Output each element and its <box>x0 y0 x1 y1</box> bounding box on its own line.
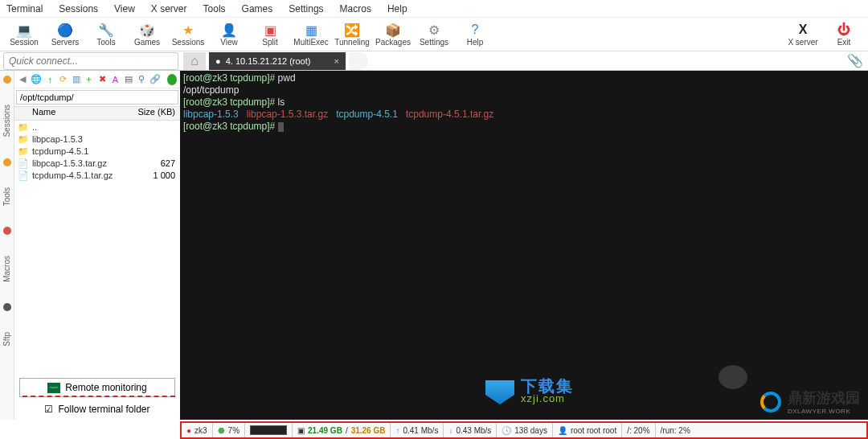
menu-terminal[interactable]: Terminal <box>6 3 43 14</box>
menu-sessions[interactable]: Sessions <box>59 3 98 14</box>
settings-btn[interactable]: ⚙Settings <box>415 18 453 51</box>
follow-terminal-checkbox[interactable]: ☑ Follow terminal folder <box>14 399 180 420</box>
terminal-content: [root@zk3 tcpdump]# pwd/opt/tcpdump[root… <box>183 72 865 133</box>
packages-btn[interactable]: 📦Packages <box>374 18 412 51</box>
menu-tools[interactable]: Tools <box>203 3 226 14</box>
nav-back-icon[interactable]: ◀ <box>18 74 27 85</box>
menu-games[interactable]: Games <box>242 3 273 14</box>
search-icon[interactable]: ⚲ <box>137 74 146 85</box>
home-tab[interactable]: ⌂ <box>183 52 206 70</box>
status-host: zk3 <box>194 426 207 435</box>
vtab-dot <box>3 158 11 166</box>
cpu-icon: ⬣ <box>218 426 225 435</box>
tools-btn[interactable]: 🔧Tools <box>87 18 125 51</box>
tab-bullet: ● <box>215 56 221 66</box>
status-user: root root root <box>571 426 616 435</box>
up-icon: ↑ <box>395 426 399 435</box>
menu-view[interactable]: View <box>114 3 135 14</box>
new-folder-icon[interactable]: ＋ <box>84 74 94 85</box>
down-icon: ↓ <box>448 426 452 435</box>
globe-icon[interactable]: 🌐 <box>31 74 42 85</box>
vtab-dot <box>3 303 11 311</box>
exit-btn[interactable]: ⏻Exit <box>825 18 863 51</box>
help-btn[interactable]: ?Help <box>456 18 494 51</box>
status-bar: ●zk3 ⬣7% ▣21.49 GB / 31.26 GB ↑0.41 Mb/s… <box>180 421 868 439</box>
vtab-sftp[interactable]: Sftp <box>2 332 11 347</box>
vtab-dot <box>3 227 11 235</box>
status-uptime: 138 days <box>514 426 547 435</box>
vertical-tabs: SessionsToolsMacrosSftp <box>0 71 14 420</box>
text-icon[interactable]: A <box>110 74 120 85</box>
tab-row: ⌂ ● 4. 10.15.21.212 (root) × 📎 <box>0 51 868 71</box>
tab-title: 4. 10.15.21.212 (root) <box>226 56 311 66</box>
delete-icon[interactable]: ✖ <box>97 74 107 85</box>
list-item[interactable]: 📁tcpdump-4.5.1 <box>14 145 180 157</box>
disk-total: 31.26 GB <box>351 426 386 435</box>
link-icon[interactable]: 🔗 <box>149 74 161 85</box>
vtab-tools[interactable]: Tools <box>2 187 11 206</box>
add-tab-button[interactable] <box>349 52 368 70</box>
list-item[interactable]: 📄tcpdump-4.5.1.tar.gz1 000 <box>14 169 180 181</box>
list-item[interactable]: 📁libpcap-1.5.3 <box>14 133 180 145</box>
status-rootfs: /: 20% <box>627 426 649 435</box>
folder-icon[interactable]: ▥ <box>72 74 81 85</box>
sessions-btn[interactable]: ★Sessions <box>169 18 207 51</box>
multiexec-btn[interactable]: ▦MultiExec <box>292 18 330 51</box>
vtab-sessions[interactable]: Sessions <box>2 105 11 137</box>
disk-icon: ▣ <box>297 426 305 435</box>
tunneling-btn[interactable]: 🔀Tunneling <box>333 18 371 51</box>
session-btn[interactable]: 💻Session <box>5 18 43 51</box>
host-icon: ● <box>186 426 191 435</box>
col-name[interactable]: Name <box>14 107 135 120</box>
status-run: /run: 2% <box>661 426 690 435</box>
monitor-icon: 〰 <box>47 383 60 393</box>
list-item[interactable]: 📄libpcap-1.5.3.tar.gz627 <box>14 157 180 169</box>
path-input[interactable] <box>16 90 178 105</box>
split-btn[interactable]: ▣Split <box>251 18 289 51</box>
watermark-xzji: 下载集 xzji.com <box>485 380 574 404</box>
menu-bar: TerminalSessionsViewX serverToolsGamesSe… <box>0 0 868 18</box>
status-up: 0.41 Mb/s <box>403 426 438 435</box>
xserver-btn[interactable]: XX server <box>784 18 822 51</box>
checkbox-icon: ☑ <box>44 404 53 415</box>
status-down: 0.43 Mb/s <box>456 426 491 435</box>
disk-used: 21.49 GB <box>308 426 342 435</box>
games-btn[interactable]: 🎲Games <box>128 18 166 51</box>
user-icon: 👤 <box>558 426 567 435</box>
close-icon[interactable]: × <box>334 56 339 66</box>
vtab-macros[interactable]: Macros <box>2 256 11 282</box>
list-icon[interactable]: ▤ <box>123 74 133 85</box>
quick-connect-input[interactable] <box>3 52 178 70</box>
active-tab[interactable]: ● 4. 10.15.21.212 (root) × <box>209 52 346 70</box>
remote-monitoring-button[interactable]: 〰 Remote monitoring <box>19 378 175 397</box>
paperclip-icon[interactable]: 📎 <box>847 53 863 68</box>
file-list: 📁..📁libpcap-1.5.3📁tcpdump-4.5.1📄libpcap-… <box>14 121 180 376</box>
wechat-icon <box>719 365 747 389</box>
up-icon[interactable]: ↑ <box>45 74 55 85</box>
menu-xserver[interactable]: X server <box>151 3 187 14</box>
vtab-dot <box>3 76 11 84</box>
status-cpu: 7% <box>228 426 240 435</box>
main-toolbar: 💻Session🔵Servers🔧Tools🎲Games★Sessions👤Vi… <box>0 18 868 51</box>
refresh-icon[interactable]: ⟳ <box>58 74 68 85</box>
mem-bar <box>250 425 287 435</box>
list-item[interactable]: 📁.. <box>14 121 180 133</box>
servers-btn[interactable]: 🔵Servers <box>46 18 84 51</box>
file-header: Name Size (KB) <box>14 106 180 121</box>
sftp-toolbar: ◀ 🌐 ↑ ⟳ ▥ ＋ ✖ A ▤ ⚲ 🔗 <box>14 71 180 88</box>
view-btn[interactable]: 👤View <box>210 18 248 51</box>
col-size[interactable]: Size (KB) <box>135 107 180 120</box>
menu-macros[interactable]: Macros <box>340 3 371 14</box>
menu-help[interactable]: Help <box>387 3 407 14</box>
sftp-panel: ◀ 🌐 ↑ ⟳ ▥ ＋ ✖ A ▤ ⚲ 🔗 Name Size (KB) 📁..… <box>14 71 180 420</box>
status-dot <box>167 74 177 85</box>
terminal[interactable]: [root@zk3 tcpdump]# pwd/opt/tcpdump[root… <box>180 71 868 420</box>
menu-settings[interactable]: Settings <box>289 3 323 14</box>
clock-icon: 🕓 <box>502 426 511 435</box>
